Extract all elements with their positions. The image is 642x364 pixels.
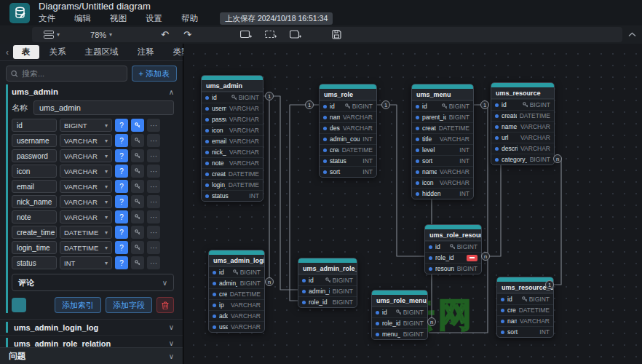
primary-key-button[interactable] bbox=[131, 256, 144, 269]
tabs-scroll-left-icon[interactable]: ‹ bbox=[3, 47, 12, 58]
key-icon bbox=[135, 260, 140, 266]
primary-key-button[interactable] bbox=[131, 195, 144, 208]
collapse-header-button[interactable] bbox=[628, 32, 636, 37]
field-more-button[interactable]: ··· bbox=[147, 210, 160, 223]
layout-menu-button[interactable]: ▾ bbox=[39, 28, 64, 41]
menu-item-视图[interactable]: 视图 bbox=[110, 13, 127, 24]
sidebar: ‹ 表关系主题区域注释类型 › + 添加表 ums_admin bbox=[0, 44, 183, 364]
undo-button[interactable]: ↶ bbox=[156, 29, 174, 40]
add-table-button[interactable] bbox=[236, 28, 256, 41]
primary-key-button[interactable] bbox=[131, 119, 144, 132]
primary-key-button[interactable] bbox=[131, 226, 144, 239]
menu-item-文件[interactable]: 文件 bbox=[39, 13, 55, 24]
trash-icon bbox=[162, 301, 169, 309]
field-name-input[interactable]: note bbox=[12, 210, 57, 223]
tab-表[interactable]: 表 bbox=[13, 45, 39, 59]
caret-down-icon: ▾ bbox=[105, 168, 108, 175]
field-name-input[interactable]: create_time bbox=[12, 226, 57, 239]
zoom-level-button[interactable]: 78% ▾ bbox=[86, 28, 116, 41]
caret-down-icon: ▾ bbox=[57, 31, 60, 38]
toolbar: ▾ 78% ▾ ↶ ↷ bbox=[0, 25, 642, 44]
app-logo bbox=[9, 3, 30, 23]
add-field-button[interactable]: 添加字段 bbox=[106, 297, 152, 313]
primary-key-button[interactable] bbox=[131, 149, 144, 162]
field-type-select[interactable]: VARCHAR▾ bbox=[60, 134, 112, 147]
primary-key-button[interactable] bbox=[131, 180, 144, 193]
primary-key-button[interactable] bbox=[131, 241, 144, 254]
comment-section[interactable]: 评论 ∨ bbox=[12, 274, 174, 291]
field-type-select[interactable]: VARCHAR▾ bbox=[60, 180, 112, 193]
table-accordion-header[interactable]: ums_admin ∧ bbox=[12, 84, 183, 99]
field-more-button[interactable]: ··· bbox=[147, 241, 160, 254]
field-more-button[interactable]: ··· bbox=[147, 226, 160, 239]
tab-注释[interactable]: 注释 bbox=[129, 45, 163, 59]
delete-table-button[interactable] bbox=[156, 297, 174, 313]
menu-item-帮助[interactable]: 帮助 bbox=[181, 13, 198, 24]
nullable-toggle-button[interactable]: ? bbox=[115, 119, 128, 132]
field-name-input[interactable]: nick_name bbox=[12, 195, 57, 208]
svg-text:n: n bbox=[484, 253, 487, 260]
nullable-toggle-button[interactable]: ? bbox=[115, 180, 128, 193]
nullable-toggle-button[interactable]: ? bbox=[115, 165, 128, 178]
accordion-ums_admin_login_log[interactable]: ums_admin_login_log ∨ bbox=[0, 320, 183, 336]
field-editor-row: iconVARCHAR▾?··· bbox=[12, 165, 174, 178]
search-input[interactable] bbox=[6, 66, 127, 82]
add-table-sidebar-button[interactable]: + 添加表 bbox=[132, 66, 177, 82]
field-more-button[interactable]: ··· bbox=[147, 180, 160, 193]
nullable-toggle-button[interactable]: ? bbox=[115, 134, 128, 147]
field-type-select[interactable]: VARCHAR▾ bbox=[60, 165, 112, 178]
issues-bar[interactable]: 问题 ∨ bbox=[0, 347, 183, 364]
nullable-toggle-button[interactable]: ? bbox=[115, 195, 128, 208]
field-type-select[interactable]: VARCHAR▾ bbox=[60, 195, 112, 208]
nullable-toggle-button[interactable]: ? bbox=[115, 149, 128, 162]
field-type-select[interactable]: VARCHAR▾ bbox=[60, 210, 112, 223]
field-name-input[interactable]: email bbox=[12, 180, 57, 193]
field-type-select[interactable]: BIGINT▾ bbox=[60, 119, 112, 132]
diagram-canvas[interactable]: 云网 ums_adminidBIGINTusernameVARCHARpassw… bbox=[183, 44, 642, 364]
field-more-button[interactable]: ··· bbox=[147, 256, 160, 269]
field-type-select[interactable]: DATETIME▾ bbox=[60, 241, 112, 254]
primary-key-button[interactable] bbox=[131, 210, 144, 223]
tab-主题区域[interactable]: 主题区域 bbox=[76, 45, 127, 59]
svg-text:n: n bbox=[430, 319, 433, 325]
key-icon bbox=[135, 168, 140, 174]
nullable-toggle-button[interactable]: ? bbox=[115, 226, 128, 239]
table-color-swatch[interactable] bbox=[12, 298, 26, 312]
field-more-button[interactable]: ··· bbox=[147, 165, 160, 178]
app-header: Diagrams/Untitled diagram 文件编辑视图设置帮助 上次保… bbox=[0, 0, 642, 25]
tab-关系[interactable]: 关系 bbox=[41, 45, 75, 59]
nullable-toggle-button[interactable]: ? bbox=[115, 256, 128, 269]
caret-down-icon: ▾ bbox=[105, 153, 108, 159]
table-name-input[interactable]: ums_admin bbox=[33, 100, 174, 115]
add-area-button[interactable] bbox=[261, 28, 281, 41]
field-type-select[interactable]: VARCHAR▾ bbox=[60, 149, 112, 162]
key-icon bbox=[135, 153, 140, 159]
menu-item-设置[interactable]: 设置 bbox=[146, 13, 162, 24]
document-title[interactable]: Diagrams/Untitled diagram bbox=[39, 1, 333, 12]
key-icon bbox=[135, 214, 140, 220]
caret-down-icon: ▾ bbox=[105, 138, 108, 144]
add-note-icon bbox=[290, 30, 301, 39]
field-more-button[interactable]: ··· bbox=[147, 134, 160, 147]
field-name-input[interactable]: login_time bbox=[12, 241, 57, 254]
field-more-button[interactable]: ··· bbox=[147, 195, 160, 208]
field-type-select[interactable]: INT▾ bbox=[60, 256, 112, 269]
primary-key-button[interactable] bbox=[131, 134, 144, 147]
field-name-input[interactable]: id bbox=[12, 119, 57, 132]
add-index-button[interactable]: 添加索引 bbox=[55, 297, 101, 313]
redo-button[interactable]: ↷ bbox=[178, 29, 197, 40]
nullable-toggle-button[interactable]: ? bbox=[115, 210, 128, 223]
field-more-button[interactable]: ··· bbox=[147, 149, 160, 162]
save-button[interactable] bbox=[328, 28, 346, 41]
menu-item-编辑[interactable]: 编辑 bbox=[74, 13, 91, 24]
field-name-input[interactable]: icon bbox=[12, 165, 57, 178]
nullable-toggle-button[interactable]: ? bbox=[115, 241, 128, 254]
cardinality-anchor: 1 bbox=[382, 101, 390, 109]
field-name-input[interactable]: status bbox=[12, 256, 57, 269]
field-more-button[interactable]: ··· bbox=[147, 119, 160, 132]
primary-key-button[interactable] bbox=[131, 165, 144, 178]
field-type-select[interactable]: DATETIME▾ bbox=[60, 226, 112, 239]
field-name-input[interactable]: username bbox=[12, 134, 57, 147]
add-note-button[interactable] bbox=[285, 28, 306, 41]
field-name-input[interactable]: password bbox=[12, 149, 57, 162]
